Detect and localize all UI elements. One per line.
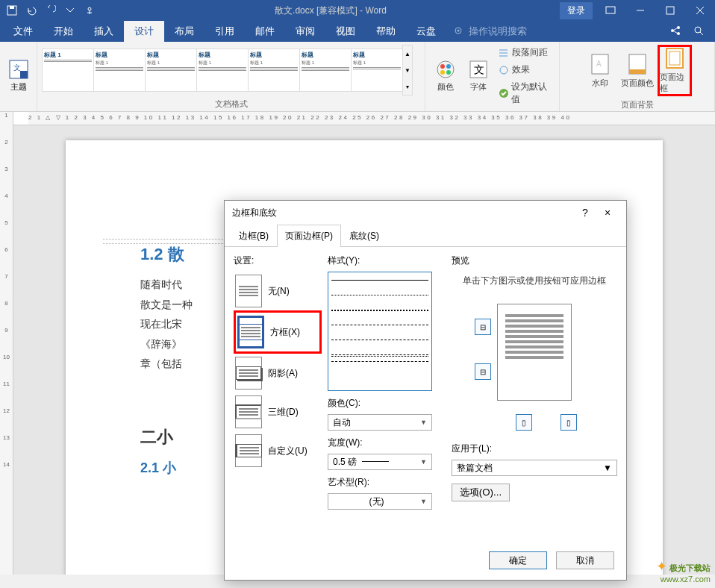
ruler-horizontal[interactable]: 2 1 △ ▽ 1 2 3 4 5 6 7 8 9 10 11 12 13 14… <box>0 112 715 125</box>
dialog-title-bar[interactable]: 边框和底纹 ? × <box>225 201 626 225</box>
options-button[interactable]: 选项(O)... <box>452 484 510 501</box>
ok-button[interactable]: 确定 <box>489 551 547 569</box>
style-item[interactable]: 标题标题 1 <box>299 49 352 92</box>
svg-point-20 <box>446 64 451 69</box>
setting-3d[interactable]: 三维(D) <box>234 392 322 431</box>
preview-page-icon[interactable] <box>497 304 572 401</box>
dialog-close-icon[interactable]: × <box>596 207 619 219</box>
tab-shading[interactable]: 底纹(S) <box>341 225 387 247</box>
page-color-button[interactable]: 页面颜色 <box>620 53 655 89</box>
apply-to-combo[interactable]: 整篇文档▼ <box>452 460 617 476</box>
style-item[interactable]: 标题标题 1 <box>351 49 402 92</box>
preview-area: ⊟ ⊟ ▯ ▯ <box>475 296 594 431</box>
undo-icon[interactable] <box>22 1 40 19</box>
redo-icon[interactable] <box>42 1 60 19</box>
preview-label: 预览 <box>452 254 617 267</box>
style-item[interactable]: 标题标题 1 <box>248 49 300 92</box>
borders-shading-dialog: 边框和底纹 ? × 边框(B) 页面边框(P) 底纹(S) 设置: 无(N) 方… <box>224 200 627 581</box>
tab-home[interactable]: 开始 <box>43 21 84 42</box>
style-list[interactable] <box>328 272 432 391</box>
svg-point-18 <box>437 61 454 78</box>
set-default-button[interactable]: 设为默认值 <box>496 79 555 107</box>
maximize-icon[interactable] <box>655 0 685 21</box>
save-icon[interactable] <box>3 1 21 19</box>
svg-point-10 <box>677 26 680 29</box>
dialog-help-icon[interactable]: ? <box>574 207 596 219</box>
svg-point-13 <box>695 27 701 33</box>
tab-layout[interactable]: 布局 <box>164 21 204 42</box>
doc-format-gallery[interactable]: 标题 1 标题标题 1 标题标题 1 标题标题 1 标题标题 1 标题标题 1 … <box>42 49 402 92</box>
ribbon-display-icon[interactable] <box>596 0 625 21</box>
help-search-icon[interactable] <box>694 26 705 37</box>
style-option[interactable] <box>331 361 428 372</box>
touch-mode-icon[interactable] <box>81 1 99 19</box>
close-icon[interactable] <box>685 0 715 21</box>
colors-button[interactable]: 颜色 <box>430 60 461 93</box>
svg-text:A: A <box>596 60 602 68</box>
style-item[interactable]: 标题标题 1 <box>145 49 197 92</box>
width-combo[interactable]: 0.5 磅 ━━━▼ <box>328 454 432 470</box>
tab-page-border[interactable]: 页面边框(P) <box>277 225 341 247</box>
svg-point-12 <box>677 32 680 35</box>
share-icon[interactable] <box>670 26 681 37</box>
preview-bottom-edge[interactable]: ⊟ <box>475 363 491 380</box>
style-option[interactable] <box>331 354 428 357</box>
svg-point-9 <box>458 30 460 32</box>
style-option[interactable] <box>331 340 428 350</box>
tab-help[interactable]: 帮助 <box>366 21 406 42</box>
chevron-down-icon: ▼ <box>420 419 427 426</box>
dialog-title: 边框和底纹 <box>232 207 574 219</box>
ruler-vertical[interactable]: 1234567891011121314 <box>0 112 13 575</box>
tab-design[interactable]: 设计 <box>124 21 164 42</box>
watermark-button[interactable]: A 水印 <box>583 53 617 89</box>
chevron-down-icon: ▼ <box>603 463 612 473</box>
tab-mail[interactable]: 邮件 <box>245 21 285 42</box>
style-item[interactable]: 标题标题 1 <box>93 49 146 92</box>
preview-left-edge[interactable]: ▯ <box>516 414 532 431</box>
setting-none[interactable]: 无(N) <box>234 272 322 310</box>
setting-custom[interactable]: 自定义(U) <box>234 431 322 470</box>
style-label: 样式(Y): <box>328 254 446 267</box>
page-border-button[interactable]: 页面边框 <box>658 45 692 96</box>
fonts-button[interactable]: 文 字体 <box>463 60 494 93</box>
art-combo[interactable]: (无)▼ <box>328 493 432 510</box>
style-option[interactable] <box>331 295 428 305</box>
tab-insert[interactable]: 插入 <box>84 21 124 42</box>
themes-button[interactable]: 文 主题 <box>4 59 32 93</box>
art-label: 艺术型(R): <box>328 476 446 489</box>
tab-view[interactable]: 视图 <box>325 21 366 42</box>
quick-access-toolbar <box>0 1 102 19</box>
tab-border[interactable]: 边框(B) <box>231 225 277 247</box>
dialog-tabs: 边框(B) 页面边框(P) 底纹(S) <box>225 225 626 247</box>
preview-right-edge[interactable]: ▯ <box>561 414 577 431</box>
tell-me-search[interactable]: 操作说明搜索 <box>446 25 534 38</box>
ribbon-tab-strip: 文件 开始 插入 设计 布局 引用 邮件 审阅 视图 帮助 云盘 操作说明搜索 <box>0 21 715 42</box>
style-option[interactable] <box>331 310 428 320</box>
settings-label: 设置: <box>234 254 322 267</box>
preview-top-edge[interactable]: ⊟ <box>475 319 491 335</box>
customize-qat-icon[interactable] <box>61 1 79 19</box>
title-bar: 散文.docx [兼容模式] - Word 登录 <box>0 0 715 21</box>
minimize-icon[interactable] <box>625 0 655 21</box>
tab-cloud[interactable]: 云盘 <box>406 21 446 42</box>
style-option-solid[interactable] <box>331 280 428 290</box>
tab-references[interactable]: 引用 <box>204 21 245 42</box>
gallery-more-icon[interactable]: ▲▼▾ <box>402 45 413 96</box>
cancel-button[interactable]: 取消 <box>556 551 614 569</box>
style-item[interactable]: 标题 1 <box>42 49 94 92</box>
window-controls: 登录 <box>560 0 715 21</box>
tab-review[interactable]: 审阅 <box>285 21 325 42</box>
tell-me-label: 操作说明搜索 <box>469 25 527 38</box>
chevron-down-icon: ▼ <box>420 498 427 505</box>
setting-shadow[interactable]: 阴影(A) <box>234 354 322 392</box>
tab-file[interactable]: 文件 <box>3 21 43 42</box>
setting-box[interactable]: 方框(X) <box>234 310 322 354</box>
effects-button[interactable]: 效果 <box>496 62 555 78</box>
style-option[interactable] <box>331 325 428 335</box>
preview-hint: 单击下方图示或使用按钮可应用边框 <box>452 272 617 290</box>
login-button[interactable]: 登录 <box>560 2 593 19</box>
style-item[interactable]: 标题标题 1 <box>196 49 249 92</box>
width-label: 宽度(W): <box>328 437 446 449</box>
paragraph-spacing-button[interactable]: 段落间距 <box>496 45 555 60</box>
color-combo[interactable]: 自动▼ <box>328 414 432 431</box>
